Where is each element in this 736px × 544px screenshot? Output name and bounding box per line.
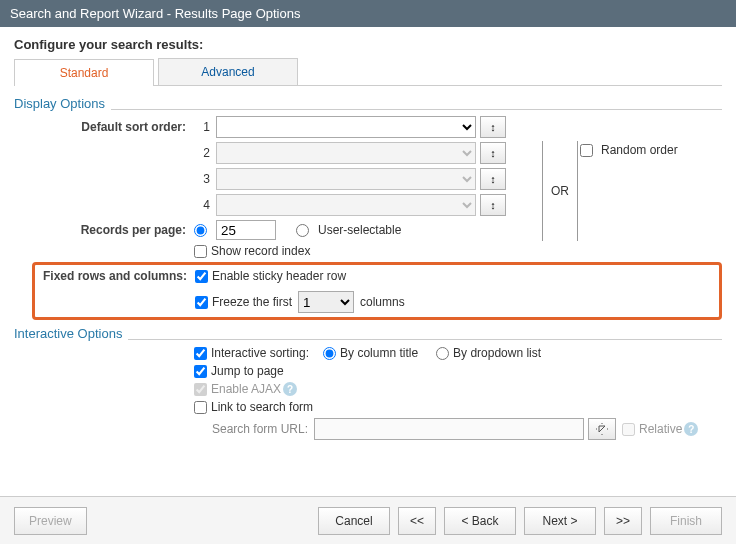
- help-icon[interactable]: ?: [684, 422, 698, 436]
- interactive-sorting-row: Interactive sorting: By column title By …: [14, 346, 722, 360]
- show-index-label: Show record index: [211, 244, 310, 258]
- enable-ajax-label: Enable AJAX: [211, 382, 281, 396]
- preview-button[interactable]: Preview: [14, 507, 87, 535]
- display-options-heading: Display Options: [14, 96, 111, 111]
- link-to-search-checkbox[interactable]: [194, 401, 207, 414]
- random-order-label: Random order: [601, 143, 678, 157]
- fixed-label: Fixed rows and columns:: [35, 269, 195, 283]
- sort-order-btn-3[interactable]: ↕: [480, 168, 506, 190]
- window-title: Search and Report Wizard - Results Page …: [10, 6, 300, 21]
- sort-icon: ↕: [490, 173, 496, 185]
- browse-url-button[interactable]: [588, 418, 616, 440]
- by-dropdown-label: By dropdown list: [453, 346, 541, 360]
- sort-icon: ↕: [490, 147, 496, 159]
- ajax-row: Enable AJAX ?: [14, 382, 722, 396]
- sort-icon: ↕: [490, 199, 496, 211]
- sort-num-3: 3: [194, 172, 210, 186]
- fixed-rows-highlight: Fixed rows and columns: Enable sticky he…: [32, 262, 722, 320]
- sort-row-4: 4 ↕: [14, 194, 722, 216]
- records-row: Records per page: User-selectable: [14, 220, 722, 240]
- freeze-prefix: Freeze the first: [212, 295, 292, 309]
- by-dropdown-radio[interactable]: [436, 347, 449, 360]
- sort-icon: ↕: [490, 121, 496, 133]
- help-icon[interactable]: ?: [283, 382, 297, 396]
- relative-label: Relative: [639, 422, 682, 436]
- relative-checkbox[interactable]: [622, 423, 635, 436]
- sort-num-1: 1: [194, 120, 210, 134]
- jump-row: Jump to page: [14, 364, 722, 378]
- freeze-row: Freeze the first 1 columns: [35, 291, 713, 313]
- jump-to-page-label: Jump to page: [211, 364, 284, 378]
- freeze-count-select[interactable]: 1: [298, 291, 354, 313]
- tab-standard[interactable]: Standard: [14, 59, 154, 86]
- sort-select-2[interactable]: [216, 142, 476, 164]
- last-button[interactable]: >>: [604, 507, 642, 535]
- sort-select-4[interactable]: [216, 194, 476, 216]
- sort-select-1[interactable]: [216, 116, 476, 138]
- random-order-group: Random order: [580, 143, 678, 157]
- next-button[interactable]: Next >: [524, 507, 596, 535]
- section-divider: [14, 109, 722, 110]
- display-options-section: Display Options Default sort order: 1 ↕ …: [14, 96, 722, 320]
- interactive-sorting-label: Interactive sorting:: [211, 346, 309, 360]
- sort-row-1: Default sort order: 1 ↕: [14, 116, 722, 138]
- footer: Preview Cancel << < Back Next > >> Finis…: [0, 496, 736, 544]
- records-label: Records per page:: [34, 223, 194, 237]
- or-text: OR: [551, 184, 569, 198]
- sort-order-btn-2[interactable]: ↕: [480, 142, 506, 164]
- sticky-header-label: Enable sticky header row: [212, 269, 346, 283]
- link-row: Link to search form: [14, 400, 722, 414]
- finish-button[interactable]: Finish: [650, 507, 722, 535]
- cancel-button[interactable]: Cancel: [318, 507, 390, 535]
- search-url-input[interactable]: [314, 418, 584, 440]
- records-userselect-radio[interactable]: [296, 224, 309, 237]
- browse-icon: [596, 423, 608, 435]
- sort-row-3: 3 ↕: [14, 168, 722, 190]
- by-column-label: By column title: [340, 346, 418, 360]
- user-selectable-label: User-selectable: [318, 223, 401, 237]
- content-area: Configure your search results: Standard …: [0, 27, 736, 440]
- link-to-search-label: Link to search form: [211, 400, 313, 414]
- page-subtitle: Configure your search results:: [14, 37, 722, 52]
- vline-right: [577, 141, 578, 241]
- sort-num-2: 2: [194, 146, 210, 160]
- tab-advanced[interactable]: Advanced: [158, 58, 298, 85]
- random-order-checkbox[interactable]: [580, 144, 593, 157]
- records-fixed-radio[interactable]: [194, 224, 207, 237]
- search-url-row: Search form URL: Relative ?: [14, 418, 722, 440]
- sticky-header-checkbox[interactable]: [195, 270, 208, 283]
- freeze-checkbox[interactable]: [195, 296, 208, 309]
- search-url-label: Search form URL:: [194, 422, 314, 436]
- interactive-options-section: Interactive Options Interactive sorting:…: [14, 326, 722, 440]
- sort-order-btn-4[interactable]: ↕: [480, 194, 506, 216]
- sort-order-btn-1[interactable]: ↕: [480, 116, 506, 138]
- by-column-radio[interactable]: [323, 347, 336, 360]
- enable-ajax-checkbox[interactable]: [194, 383, 207, 396]
- jump-to-page-checkbox[interactable]: [194, 365, 207, 378]
- freeze-suffix: columns: [360, 295, 405, 309]
- tabs: Standard Advanced: [14, 58, 722, 86]
- sort-select-3[interactable]: [216, 168, 476, 190]
- interactive-heading: Interactive Options: [14, 326, 128, 341]
- sticky-row: Fixed rows and columns: Enable sticky he…: [35, 269, 713, 283]
- show-index-checkbox[interactable]: [194, 245, 207, 258]
- or-separator: OR: [542, 141, 578, 241]
- back-button[interactable]: < Back: [444, 507, 516, 535]
- show-index-row: Show record index: [14, 244, 722, 258]
- sort-num-4: 4: [194, 198, 210, 212]
- first-button[interactable]: <<: [398, 507, 436, 535]
- interactive-sorting-checkbox[interactable]: [194, 347, 207, 360]
- titlebar: Search and Report Wizard - Results Page …: [0, 0, 736, 27]
- sort-label: Default sort order:: [34, 120, 194, 134]
- records-input[interactable]: [216, 220, 276, 240]
- vline-left: [542, 141, 543, 241]
